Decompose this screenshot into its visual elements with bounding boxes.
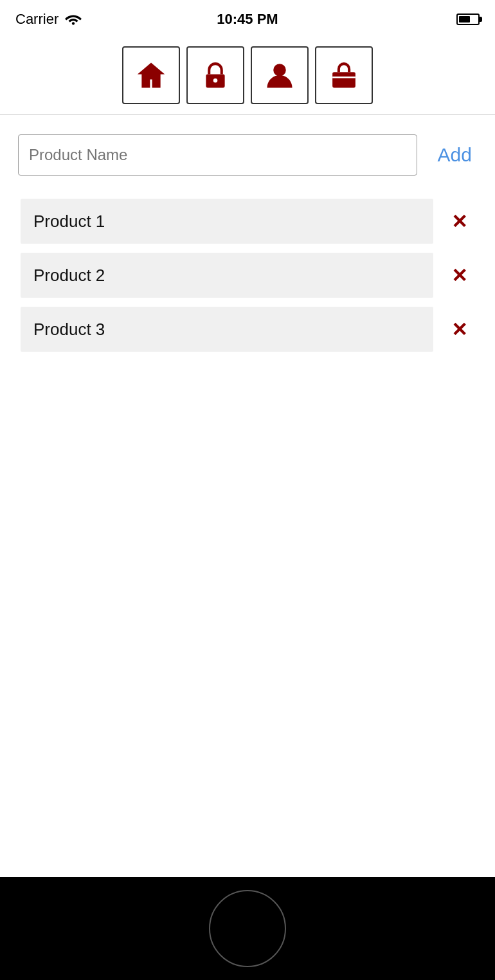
product-name-input[interactable] (18, 134, 417, 176)
battery-area (456, 14, 480, 25)
home-indicator[interactable] (209, 890, 286, 967)
delete-product-3-button[interactable]: ✕ (444, 314, 474, 345)
battery-fill (459, 16, 470, 23)
nav-bag-button[interactable] (315, 46, 373, 104)
product-3-label: Product 3 (21, 307, 433, 352)
status-bar: Carrier 10:45 PM (0, 0, 495, 39)
svg-point-1 (213, 78, 218, 83)
list-item: Product 1 ✕ (18, 199, 477, 244)
product-list: Product 1 ✕ Product 2 ✕ Product 3 ✕ (18, 199, 477, 352)
nav-user-button[interactable] (251, 46, 309, 104)
product-2-label: Product 2 (21, 253, 433, 298)
main-content: Add Product 1 ✕ Product 2 ✕ Product 3 ✕ (0, 115, 495, 877)
bag-icon (327, 59, 361, 92)
delete-product-1-button[interactable]: ✕ (444, 206, 474, 237)
add-button[interactable]: Add (433, 141, 477, 168)
svg-point-2 (273, 64, 286, 77)
nav-bar (0, 39, 495, 115)
svg-rect-3 (332, 72, 356, 87)
battery-icon (456, 14, 480, 25)
carrier-label: Carrier (15, 11, 59, 28)
carrier-wifi: Carrier (15, 11, 82, 28)
wifi-icon (65, 13, 82, 26)
lock-icon (199, 59, 232, 92)
nav-home-button[interactable] (122, 46, 180, 104)
list-item: Product 2 ✕ (18, 253, 477, 298)
delete-product-2-button[interactable]: ✕ (444, 260, 474, 291)
list-item: Product 3 ✕ (18, 307, 477, 352)
status-time: 10:45 PM (217, 11, 278, 28)
user-icon (263, 59, 296, 92)
nav-lock-button[interactable] (186, 46, 244, 104)
home-icon (134, 59, 168, 92)
bottom-bar (0, 877, 495, 980)
add-row: Add (18, 134, 477, 176)
product-1-label: Product 1 (21, 199, 433, 244)
